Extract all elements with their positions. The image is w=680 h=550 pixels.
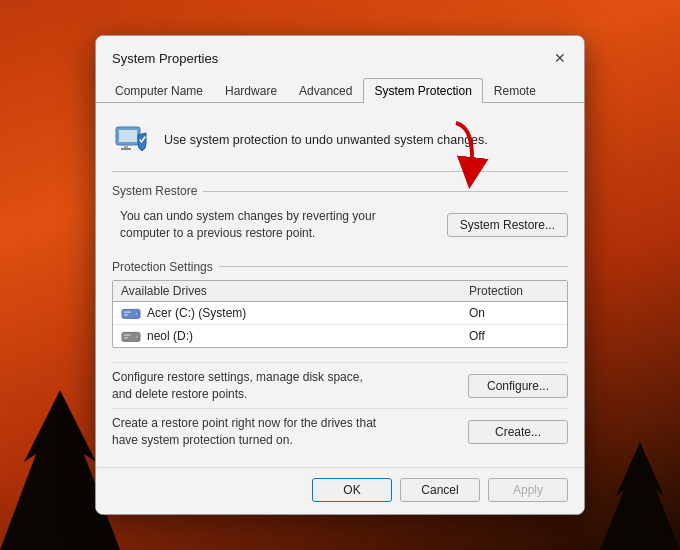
system-restore-section: System Restore You can undo system chang… bbox=[112, 184, 568, 246]
system-restore-button[interactable]: System Restore... bbox=[447, 213, 568, 237]
system-restore-label: System Restore bbox=[112, 184, 568, 198]
system-restore-row: You can undo system changes by reverting… bbox=[112, 204, 568, 246]
cancel-button[interactable]: Cancel bbox=[400, 478, 480, 502]
protection-settings-section: Protection Settings Available Drives Pro… bbox=[112, 260, 568, 348]
header-section: Use system protection to undo unwanted s… bbox=[112, 115, 568, 172]
svg-rect-7 bbox=[124, 314, 129, 316]
svg-rect-6 bbox=[124, 311, 131, 313]
header-description: Use system protection to undo unwanted s… bbox=[164, 132, 488, 150]
dialog-title: System Properties bbox=[112, 51, 218, 66]
tab-system-protection[interactable]: System Protection bbox=[363, 78, 482, 103]
tabs-bar: Computer Name Hardware Advanced System P… bbox=[96, 78, 584, 103]
system-protection-icon bbox=[112, 121, 152, 161]
create-description: Create a restore point right now for the… bbox=[112, 415, 382, 449]
protection-settings-label: Protection Settings bbox=[112, 260, 568, 274]
tab-computer-name[interactable]: Computer Name bbox=[104, 78, 214, 103]
create-button[interactable]: Create... bbox=[468, 420, 568, 444]
system-properties-dialog: System Properties ✕ Computer Name Hardwa… bbox=[95, 35, 585, 515]
tab-advanced[interactable]: Advanced bbox=[288, 78, 363, 103]
svg-point-12 bbox=[135, 335, 139, 339]
content-area: Use system protection to undo unwanted s… bbox=[96, 103, 584, 467]
tab-remote[interactable]: Remote bbox=[483, 78, 547, 103]
ok-button[interactable]: OK bbox=[312, 478, 392, 502]
col-protection-header: Protection bbox=[469, 284, 559, 298]
title-bar: System Properties ✕ bbox=[96, 36, 584, 78]
system-restore-description: You can undo system changes by reverting… bbox=[120, 208, 390, 242]
close-button[interactable]: ✕ bbox=[548, 46, 572, 70]
svg-rect-3 bbox=[124, 145, 128, 148]
tab-hardware[interactable]: Hardware bbox=[214, 78, 288, 103]
col-drives-header: Available Drives bbox=[121, 284, 469, 298]
table-row[interactable]: neol (D:) Off bbox=[113, 325, 567, 347]
configure-row: Configure restore settings, manage disk … bbox=[112, 362, 568, 409]
drive-c-cell: Acer (C:) (System) bbox=[121, 305, 469, 321]
svg-rect-11 bbox=[124, 337, 129, 339]
dialog-footer: OK Cancel Apply bbox=[96, 467, 584, 514]
svg-rect-10 bbox=[124, 334, 131, 336]
table-header: Available Drives Protection bbox=[113, 281, 567, 302]
svg-rect-4 bbox=[121, 148, 131, 150]
drives-table: Available Drives Protection Acer (C:) (S… bbox=[112, 280, 568, 348]
svg-rect-2 bbox=[119, 130, 137, 142]
apply-button: Apply bbox=[488, 478, 568, 502]
drive-d-protection: Off bbox=[469, 329, 559, 343]
drive-c-protection: On bbox=[469, 306, 559, 320]
create-row: Create a restore point right now for the… bbox=[112, 408, 568, 455]
configure-button[interactable]: Configure... bbox=[468, 374, 568, 398]
drive-c-icon bbox=[121, 305, 141, 321]
table-row[interactable]: Acer (C:) (System) On bbox=[113, 302, 567, 325]
drive-d-icon bbox=[121, 328, 141, 344]
drive-d-cell: neol (D:) bbox=[121, 328, 469, 344]
svg-point-8 bbox=[135, 312, 139, 316]
configure-description: Configure restore settings, manage disk … bbox=[112, 369, 382, 403]
